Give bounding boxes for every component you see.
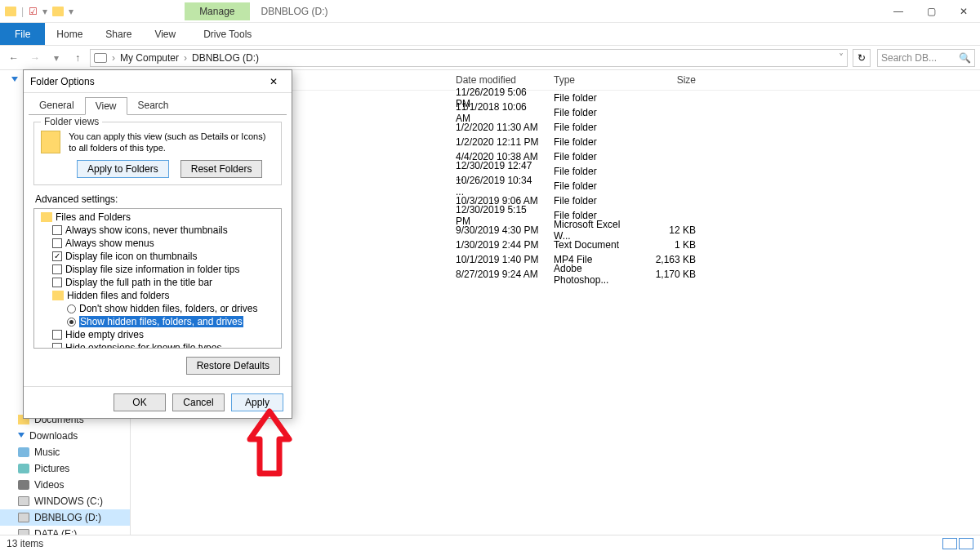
cell-type: File folder — [547, 194, 645, 207]
back-button[interactable]: ← — [5, 49, 23, 67]
column-type[interactable]: Type — [547, 73, 645, 87]
tree-radio-item[interactable]: Show hidden files, folders, and drives — [34, 315, 281, 328]
dialog-title-bar[interactable]: Folder Options ✕ — [24, 70, 292, 93]
close-button[interactable]: ✕ — [947, 0, 980, 23]
share-tab[interactable]: Share — [94, 23, 143, 45]
cell-type: File folder — [547, 165, 645, 178]
cell-date: 9/30/2019 4:30 PM — [449, 224, 547, 237]
sidebar-item-music[interactable]: Music — [0, 444, 130, 460]
tree-checkbox-item[interactable]: Always show menus — [34, 237, 281, 250]
cell-size: 1,170 KB — [645, 268, 702, 281]
chevron-right-icon[interactable]: › — [112, 52, 115, 64]
checkbox-icon[interactable] — [52, 264, 62, 274]
cell-date: 1/30/2019 2:44 PM — [449, 238, 547, 251]
qat-check-icon[interactable]: ☑ — [29, 6, 38, 17]
cell-size — [645, 112, 702, 113]
sidebar-item-label: Downloads — [29, 430, 78, 442]
tab-search[interactable]: Search — [127, 96, 180, 114]
address-dropdown-icon[interactable]: ˅ — [839, 52, 844, 64]
view-tab[interactable]: View — [143, 23, 187, 45]
column-date[interactable]: Date modified — [449, 73, 547, 87]
checkbox-icon[interactable] — [52, 238, 62, 248]
folder-icon — [41, 212, 52, 222]
tree-label: Don't show hidden files, folders, or dri… — [79, 303, 257, 314]
tree-checkbox-item[interactable]: Display file size information in folder … — [34, 263, 281, 276]
checkbox-icon[interactable] — [52, 330, 62, 340]
ok-button[interactable]: OK — [114, 393, 166, 411]
checkbox-icon[interactable] — [52, 225, 62, 235]
sidebar-item-data-drive[interactable]: DATA (E:) — [0, 526, 130, 535]
radio-icon[interactable] — [67, 304, 76, 313]
sidebar-item-videos[interactable]: Videos — [0, 477, 130, 493]
cell-type: Text Document — [547, 238, 645, 251]
forward-button[interactable]: → — [26, 49, 44, 67]
qat-dropdown-icon[interactable]: ▾ — [42, 6, 47, 17]
search-placeholder: Search DB... — [881, 52, 937, 64]
radio-icon[interactable] — [67, 318, 76, 327]
sidebar-item-dbnblog-drive[interactable]: DBNBLOG (D:) — [0, 509, 130, 526]
tree-checkbox-item[interactable]: Hide extensions for known file types — [34, 341, 281, 349]
drive-tools-tab[interactable]: Drive Tools — [192, 23, 263, 45]
tree-label: Hidden files and folders — [67, 290, 169, 301]
cell-size — [645, 97, 702, 99]
cancel-button[interactable]: Cancel — [172, 393, 225, 411]
file-tab[interactable]: File — [0, 23, 45, 45]
recent-locations-button[interactable]: ▾ — [47, 49, 65, 67]
refresh-icon: ↻ — [858, 52, 866, 64]
qat-more-icon[interactable]: ▾ — [69, 6, 74, 17]
download-icon — [11, 77, 18, 82]
tree-label: Display the full path in the title bar — [65, 277, 212, 288]
cell-type: File folder — [547, 91, 645, 104]
up-button[interactable]: ↑ — [69, 49, 87, 67]
tree-checkbox-item[interactable]: ✓Display file icon on thumbnails — [34, 250, 281, 263]
breadcrumb[interactable]: DBNBLOG (D:) — [192, 52, 259, 64]
home-tab[interactable]: Home — [45, 23, 94, 45]
manage-context-tab[interactable]: Manage — [185, 2, 249, 20]
details-view-button[interactable] — [942, 538, 957, 549]
refresh-button[interactable]: ↻ — [853, 49, 871, 67]
maximize-button[interactable]: ▢ — [915, 0, 947, 23]
sidebar-item-downloads[interactable]: Downloads — [0, 428, 130, 444]
tree-checkbox-item[interactable]: Display the full path in the title bar — [34, 276, 281, 289]
navigation-bar: ← → ▾ ↑ › My Computer › DBNBLOG (D:) ˅ ↻… — [0, 46, 980, 70]
music-icon — [18, 447, 29, 457]
checkbox-icon[interactable]: ✓ — [52, 251, 62, 261]
icons-view-button[interactable] — [959, 538, 973, 549]
cell-type: File folder — [547, 150, 645, 163]
restore-defaults-button[interactable]: Restore Defaults — [186, 357, 280, 375]
folder-views-text: You can apply this view (such as Details… — [69, 131, 274, 153]
video-icon — [18, 480, 29, 490]
tab-general[interactable]: General — [29, 96, 85, 114]
checkbox-icon[interactable] — [52, 343, 62, 349]
advanced-settings-label: Advanced settings: — [35, 193, 282, 205]
dialog-close-button[interactable]: ✕ — [262, 73, 285, 91]
cell-size — [645, 215, 702, 216]
column-size[interactable]: Size — [645, 73, 702, 87]
reset-folders-button[interactable]: Reset Folders — [180, 160, 263, 178]
cell-size — [645, 200, 702, 202]
title-bar: | ☑ ▾ ▾ Manage DBNBLOG (D:) — ▢ ✕ — [0, 0, 980, 23]
tree-radio-item[interactable]: Don't show hidden files, folders, or dri… — [34, 302, 281, 315]
breadcrumb[interactable]: My Computer — [120, 52, 179, 64]
cell-date: 1/2/2020 12:11 PM — [449, 136, 547, 149]
tree-checkbox-item[interactable]: Hide empty drives — [34, 328, 281, 341]
cell-size: 12 KB — [645, 224, 702, 237]
chevron-right-icon[interactable]: › — [184, 52, 187, 64]
checkbox-icon[interactable] — [52, 278, 62, 287]
address-bar[interactable]: › My Computer › DBNBLOG (D:) ˅ — [90, 49, 848, 67]
sidebar-item-label: DBNBLOG (D:) — [34, 512, 101, 523]
cell-size — [645, 141, 702, 143]
search-icon: 🔍 — [959, 52, 971, 64]
tab-view[interactable]: View — [85, 97, 127, 115]
tree-label: Display file size information in folder … — [65, 264, 239, 275]
drive-icon — [18, 496, 29, 506]
minimize-button[interactable]: — — [882, 0, 915, 23]
sidebar-item-windows-drive[interactable]: WINDOWS (C:) — [0, 493, 130, 509]
advanced-settings-tree[interactable]: Files and Folders Always show icons, nev… — [33, 208, 282, 349]
tree-checkbox-item[interactable]: Always show icons, never thumbnails — [34, 224, 281, 237]
sidebar-item-pictures[interactable]: Pictures — [0, 460, 130, 477]
search-input[interactable]: Search DB... 🔍 — [877, 49, 975, 67]
apply-to-folders-button[interactable]: Apply to Folders — [77, 160, 169, 178]
quick-access-toolbar: | ☑ ▾ ▾ — [0, 6, 78, 17]
window-title: DBNBLOG (D:) — [261, 6, 328, 17]
